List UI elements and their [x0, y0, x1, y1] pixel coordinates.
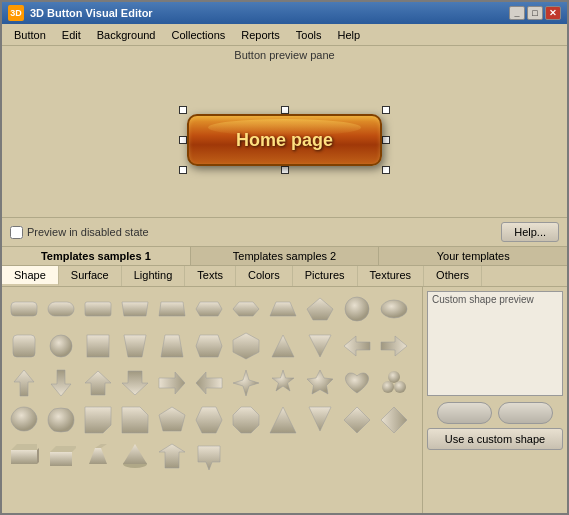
shape-item[interactable] — [302, 291, 338, 327]
shape-item[interactable] — [117, 439, 153, 475]
handle-tc[interactable] — [281, 106, 289, 114]
close-button[interactable]: ✕ — [545, 6, 561, 20]
shape-item[interactable] — [117, 365, 153, 401]
sub-tab-pictures[interactable]: Pictures — [293, 266, 358, 286]
shape-item[interactable] — [339, 402, 375, 438]
shape-item[interactable] — [154, 328, 190, 364]
shape-item[interactable] — [228, 328, 264, 364]
shape-item[interactable] — [191, 402, 227, 438]
shape-item[interactable] — [80, 402, 116, 438]
shape-item[interactable] — [191, 365, 227, 401]
shape-item[interactable] — [117, 291, 153, 327]
shape-item[interactable] — [302, 365, 338, 401]
maximize-button[interactable]: □ — [527, 6, 543, 20]
svg-rect-11 — [13, 335, 35, 357]
shape-item[interactable] — [228, 402, 264, 438]
svg-marker-3 — [122, 302, 148, 316]
shape-item[interactable] — [6, 328, 42, 364]
shape-item[interactable] — [376, 365, 412, 401]
shape-item[interactable] — [80, 365, 116, 401]
shape-item[interactable] — [228, 291, 264, 327]
svg-point-33 — [394, 381, 406, 393]
sub-tab-texts[interactable]: Texts — [185, 266, 236, 286]
shape-item[interactable] — [302, 328, 338, 364]
shape-item[interactable] — [154, 439, 190, 475]
handle-br[interactable] — [382, 166, 390, 174]
preview-button[interactable]: Home page — [187, 114, 382, 166]
minimize-button[interactable]: _ — [509, 6, 525, 20]
tabs-container: Templates samples 1 Templates samples 2 … — [2, 246, 567, 513]
shape-item[interactable] — [339, 365, 375, 401]
template-tab-1[interactable]: Templates samples 1 — [2, 247, 191, 265]
sub-tab-others[interactable]: Others — [424, 266, 482, 286]
template-tab-3[interactable]: Your templates — [379, 247, 567, 265]
shape-item[interactable] — [191, 328, 227, 364]
handle-tr[interactable] — [382, 106, 390, 114]
menu-reports[interactable]: Reports — [233, 27, 288, 43]
sub-tab-textures[interactable]: Textures — [358, 266, 425, 286]
main-window: 3D 3D Button Visual Editor _ □ ✕ Button … — [0, 0, 569, 515]
menu-background[interactable]: Background — [89, 27, 164, 43]
shape-item[interactable] — [376, 291, 412, 327]
menu-help[interactable]: Help — [330, 27, 369, 43]
use-custom-shape-button[interactable]: Use a custom shape — [427, 428, 563, 450]
svg-marker-20 — [344, 336, 370, 356]
menu-tools[interactable]: Tools — [288, 27, 330, 43]
svg-marker-14 — [124, 335, 146, 357]
shape-item[interactable] — [43, 291, 79, 327]
oval-button-2[interactable] — [498, 402, 553, 424]
oval-button-1[interactable] — [437, 402, 492, 424]
menu-collections[interactable]: Collections — [164, 27, 234, 43]
handle-bc[interactable] — [281, 166, 289, 174]
shape-item[interactable] — [339, 291, 375, 327]
shape-item[interactable] — [43, 402, 79, 438]
sub-tab-colors[interactable]: Colors — [236, 266, 293, 286]
sub-tab-shape[interactable]: Shape — [2, 266, 59, 286]
shape-item[interactable] — [6, 291, 42, 327]
shape-item[interactable] — [80, 328, 116, 364]
shape-item[interactable] — [265, 291, 301, 327]
shape-item[interactable] — [191, 291, 227, 327]
handle-tl[interactable] — [179, 106, 187, 114]
shape-item[interactable] — [80, 291, 116, 327]
selection-box: Home page — [187, 114, 382, 166]
shape-item[interactable] — [265, 328, 301, 364]
shape-item[interactable] — [117, 402, 153, 438]
shape-item[interactable] — [265, 365, 301, 401]
sub-tab-lighting[interactable]: Lighting — [122, 266, 186, 286]
shape-item[interactable] — [376, 402, 412, 438]
shape-item[interactable] — [302, 402, 338, 438]
shape-item[interactable] — [154, 291, 190, 327]
shape-item[interactable] — [228, 365, 264, 401]
svg-marker-17 — [233, 333, 259, 359]
shape-item[interactable] — [117, 328, 153, 364]
svg-rect-13 — [87, 335, 109, 357]
handle-mr[interactable] — [382, 136, 390, 144]
shape-item[interactable] — [339, 328, 375, 364]
shape-item[interactable] — [154, 365, 190, 401]
shape-item[interactable] — [376, 328, 412, 364]
shape-item[interactable] — [80, 439, 116, 475]
shape-item[interactable] — [43, 365, 79, 401]
svg-marker-25 — [122, 371, 148, 395]
handle-ml[interactable] — [179, 136, 187, 144]
menu-button[interactable]: Button — [6, 27, 54, 43]
menu-edit[interactable]: Edit — [54, 27, 89, 43]
help-button[interactable]: Help... — [501, 222, 559, 242]
shape-item[interactable] — [191, 439, 227, 475]
shape-item[interactable] — [6, 402, 42, 438]
custom-preview-box: Custom shape preview — [427, 291, 563, 396]
svg-marker-8 — [307, 298, 333, 320]
shape-item[interactable] — [265, 402, 301, 438]
template-tab-2[interactable]: Templates samples 2 — [191, 247, 380, 265]
svg-marker-23 — [51, 370, 71, 396]
shape-item[interactable] — [154, 402, 190, 438]
sub-tab-surface[interactable]: Surface — [59, 266, 122, 286]
shape-item[interactable] — [6, 439, 42, 475]
disabled-state-checkbox[interactable] — [10, 226, 23, 239]
handle-bl[interactable] — [179, 166, 187, 174]
svg-marker-7 — [270, 302, 296, 316]
shape-item[interactable] — [6, 365, 42, 401]
shape-item[interactable] — [43, 328, 79, 364]
shape-item[interactable] — [43, 439, 79, 475]
